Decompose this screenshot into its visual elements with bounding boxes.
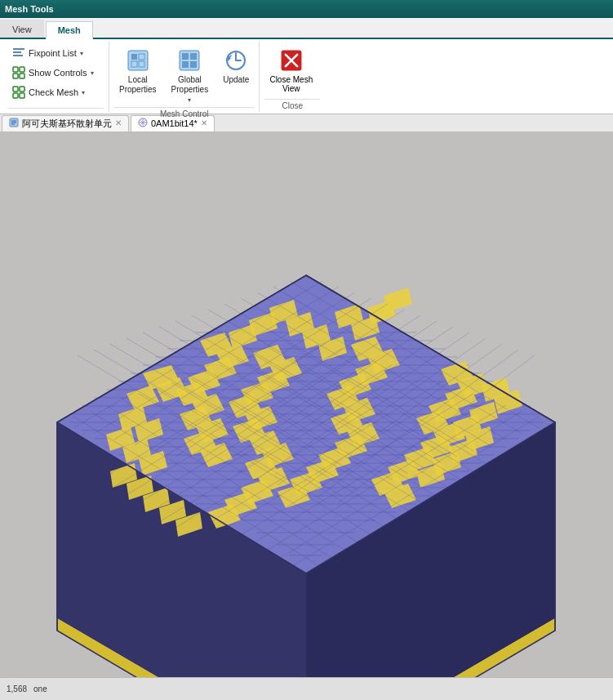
svg-rect-1 <box>13 51 21 53</box>
svg-rect-5 <box>13 74 18 78</box>
fixpoint-list-icon <box>12 47 25 60</box>
svg-rect-3 <box>13 67 18 72</box>
close-mesh-view-button[interactable]: Close MeshView <box>264 44 318 96</box>
svg-rect-7 <box>13 87 18 91</box>
ribbon: Fixpoint List ▾ Show Controls ▾ <box>0 39 613 114</box>
svg-rect-10 <box>20 93 24 98</box>
show-controls-icon <box>12 66 25 79</box>
status-unit: one <box>33 684 47 693</box>
status-count: 1,568 <box>7 684 27 693</box>
svg-rect-17 <box>182 53 189 60</box>
tab-view[interactable]: View <box>0 20 44 38</box>
doc-tab-1-close[interactable]: ✕ <box>115 119 122 127</box>
svg-rect-20 <box>190 61 197 68</box>
local-properties-button[interactable]: LocalProperties <box>114 44 162 98</box>
tab-mesh[interactable]: Mesh <box>46 21 93 39</box>
check-mesh-dropdown-icon: ▾ <box>82 89 85 96</box>
svg-rect-19 <box>182 61 189 68</box>
check-mesh-button[interactable]: Check Mesh ▾ <box>8 83 89 101</box>
doc-tab-1-label: 阿可夫斯基环散射单元 <box>22 118 112 130</box>
fixpoint-list-button[interactable]: Fixpoint List ▾ <box>8 44 87 62</box>
svg-rect-8 <box>20 87 24 91</box>
group-label-close: Close <box>264 99 320 112</box>
svg-rect-4 <box>20 67 24 72</box>
title-bar: Mesh Tools <box>0 0 613 18</box>
update-button[interactable]: Update <box>218 44 254 88</box>
group-label-mesh-control: Mesh Control <box>114 107 254 120</box>
doc-tabs: 阿可夫斯基环散射单元 ✕ 0AM1bit14* ✕ <box>0 114 613 132</box>
global-properties-icon <box>176 47 202 74</box>
ribbon-group-mesh-control: LocalProperties GlobalProperties ▾ <box>109 41 260 112</box>
close-mesh-view-icon <box>278 47 304 74</box>
svg-rect-0 <box>13 48 24 50</box>
show-controls-button[interactable]: Show Controls ▾ <box>8 64 98 82</box>
show-controls-dropdown-icon: ▾ <box>91 69 94 77</box>
status-bar: 1,568 one <box>0 677 613 700</box>
global-properties-dropdown: ▾ <box>188 96 191 104</box>
svg-rect-18 <box>190 53 197 60</box>
doc-tab-1[interactable]: 阿可夫斯基环散射单元 ✕ <box>2 115 129 132</box>
check-mesh-icon <box>12 86 25 99</box>
doc-tab-1-icon <box>9 118 19 129</box>
doc-tab-2-close[interactable]: ✕ <box>201 119 207 127</box>
local-properties-icon <box>125 47 151 74</box>
mesh-visualization <box>0 132 613 700</box>
svg-rect-6 <box>20 74 24 78</box>
svg-rect-12 <box>131 54 137 60</box>
ribbon-group-close: Close MeshView Close <box>260 41 325 112</box>
update-icon <box>223 47 249 74</box>
title-bar-text: Mesh Tools <box>5 4 54 14</box>
global-properties-button[interactable]: GlobalProperties ▾ <box>167 44 214 107</box>
svg-rect-9 <box>13 93 18 98</box>
viewport[interactable]: 1,568 one <box>0 132 613 700</box>
ribbon-tabs: View Mesh <box>0 18 613 39</box>
fixpoint-dropdown-icon: ▾ <box>80 50 83 57</box>
ribbon-group-structure: Fixpoint List ▾ Show Controls ▾ <box>3 41 109 112</box>
svg-rect-2 <box>13 55 23 56</box>
group-label-structure <box>8 108 104 112</box>
